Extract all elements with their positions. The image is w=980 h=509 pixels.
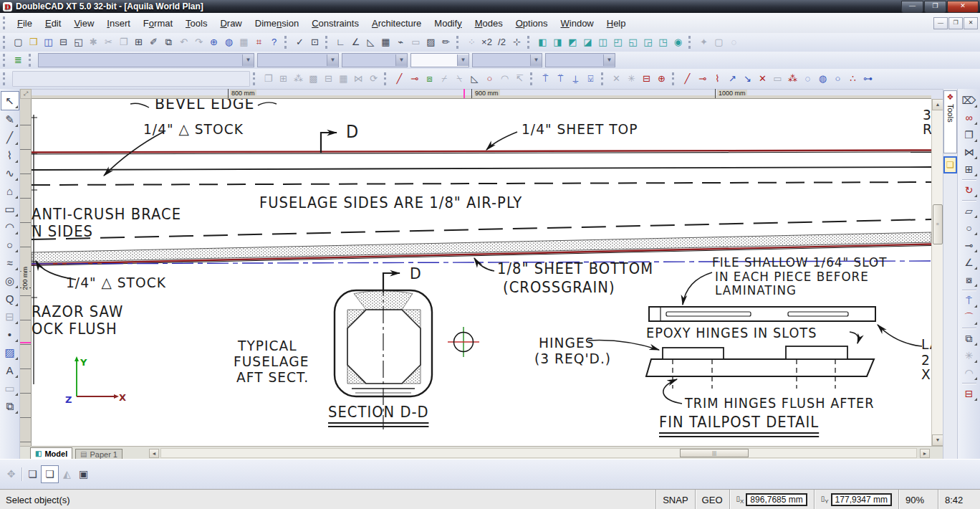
view-mode-6-icon[interactable]: ◰ xyxy=(610,35,625,49)
menu-file[interactable]: File xyxy=(11,14,39,33)
spell-check-icon[interactable]: ✓ xyxy=(292,35,307,49)
mirror-copy-icon[interactable]: ⋈ xyxy=(351,72,366,86)
chevron-down-icon[interactable]: ▼ xyxy=(327,54,338,66)
set-square-2-icon[interactable]: ◺ xyxy=(467,72,482,86)
snap-node-icon[interactable]: ○ xyxy=(830,72,845,86)
offset-a-icon[interactable]: ⌿ xyxy=(437,72,452,86)
selection-filter-icon[interactable]: ✥ xyxy=(3,466,19,482)
construction-arc-icon[interactable]: ◠ xyxy=(497,72,512,86)
construction-polyline-icon[interactable]: ⊸ xyxy=(407,72,422,86)
chamfer-icon[interactable]: ⧇ xyxy=(961,271,978,288)
mdi-restore-button[interactable]: ❐ xyxy=(948,17,963,29)
horizontal-scroll-thumb[interactable]: ||| xyxy=(680,449,749,457)
snap-intersect-icon[interactable]: ✕ xyxy=(755,72,770,86)
view-mode-5-icon[interactable]: ◫ xyxy=(595,35,610,49)
spline-icon[interactable]: ≈ xyxy=(1,254,19,272)
render-triangles-icon[interactable]: ◭ xyxy=(59,466,75,482)
polyline-icon[interactable]: ⌇ xyxy=(1,146,19,164)
menu-architecture[interactable]: Architecture xyxy=(365,14,428,33)
drawing-canvas[interactable]: Y X Z BEVEL EDGE1/4" △ STOCKD1/4" SHEET … xyxy=(32,99,931,446)
ellipse-icon[interactable]: ◎ xyxy=(1,272,19,290)
snap-toggle[interactable]: SNAP xyxy=(655,490,694,509)
plot-icon[interactable]: ⊟ xyxy=(639,72,654,86)
scroll-down-button[interactable]: ▼ xyxy=(932,434,943,446)
point-icon[interactable]: • xyxy=(1,325,19,343)
x-coordinate-field[interactable]: 896,7685 mm xyxy=(746,493,807,506)
bezier-icon[interactable]: ∿ xyxy=(1,164,19,182)
polyline-trace-icon[interactable]: ⌁ xyxy=(393,35,408,49)
menu-dimension[interactable]: Dimension xyxy=(249,14,305,33)
format-combo-3[interactable]: ▼ xyxy=(342,53,408,67)
snap-trd-icon[interactable]: ▭ xyxy=(770,72,785,86)
pick-tool-icon[interactable]: ↸ xyxy=(512,72,527,86)
view-mode-8-icon[interactable]: ◲ xyxy=(640,35,655,49)
snap-mid-icon[interactable]: ⌇ xyxy=(710,72,725,86)
snap-tangent-icon[interactable]: ↘ xyxy=(740,72,755,86)
print-drawing-icon[interactable]: ⊟ xyxy=(961,385,978,402)
hatch-pattern-icon[interactable]: ▦ xyxy=(378,35,393,49)
format-combo-6[interactable]: ▼ xyxy=(545,53,615,67)
copy-icon[interactable]: ❐ xyxy=(116,35,131,49)
break-icon[interactable]: ∞ xyxy=(961,109,978,126)
dimension-icon[interactable]: ⍑ xyxy=(961,292,978,309)
dim-aligned-icon[interactable]: ⍊ xyxy=(568,72,583,86)
select-icon[interactable]: ↖ xyxy=(1,91,19,110)
menu-constraints[interactable]: Constraints xyxy=(305,14,365,33)
menu-tools[interactable]: Tools xyxy=(179,14,213,33)
snap-circle-icon[interactable]: ◍ xyxy=(815,72,830,86)
plot-gray-icon[interactable]: ⊟ xyxy=(1,308,19,325)
polygon-icon[interactable]: ⌂ xyxy=(1,182,19,200)
named-view-icon[interactable]: ⧈ xyxy=(422,72,437,86)
new-icon[interactable]: ▢ xyxy=(11,35,26,49)
pinned-tool-icon[interactable]: ❏ xyxy=(943,156,957,173)
dim-leader-icon[interactable]: ⍌ xyxy=(583,72,598,86)
zoom-level[interactable]: 90% xyxy=(898,490,938,509)
grid-snap-icon[interactable]: ⁘ xyxy=(464,35,479,49)
inspector-bar[interactable] xyxy=(12,71,250,87)
rotate-icon[interactable]: ↻ xyxy=(961,181,978,199)
copy-entity-icon[interactable]: ❐ xyxy=(961,126,978,143)
format-painter-icon[interactable]: ⧉ xyxy=(161,35,176,49)
sketch-icon[interactable]: ✎ xyxy=(1,110,19,128)
scale-x2-icon[interactable]: ×2 xyxy=(479,35,494,49)
chevron-down-icon[interactable]: ▼ xyxy=(530,54,542,66)
snap-perp-icon[interactable]: ↗ xyxy=(725,72,740,86)
menu-help[interactable]: Help xyxy=(600,14,633,33)
snap-quadrant-icon[interactable]: ⁂ xyxy=(785,72,800,86)
menu-format[interactable]: Format xyxy=(137,14,179,33)
tab-model[interactable]: ◧Model xyxy=(30,447,72,459)
trim-icon[interactable]: ⊸ xyxy=(961,237,978,254)
circle-icon[interactable]: ○ xyxy=(1,236,19,254)
snap-center-icon[interactable]: ◌ xyxy=(800,72,815,86)
chevron-down-icon[interactable]: ▼ xyxy=(603,54,615,66)
view-mode-10-icon[interactable]: ◉ xyxy=(671,35,686,49)
standards-check-icon[interactable]: ⊡ xyxy=(307,35,322,49)
dimension-off-icon[interactable]: ▭ xyxy=(408,35,423,49)
set-square-icon[interactable]: ◺ xyxy=(363,35,378,49)
scale-half-icon[interactable]: /2 xyxy=(494,35,509,49)
dimension-gray-icon[interactable]: ▭ xyxy=(1,379,19,397)
array-polar-icon[interactable]: ⁂ xyxy=(291,72,306,86)
group-icon[interactable]: ⧉ xyxy=(961,330,978,347)
array-rect-icon[interactable]: ⊞ xyxy=(276,72,291,86)
construction-line-icon[interactable]: ╱ xyxy=(392,72,407,86)
snap-grid-icon[interactable]: ∴ xyxy=(845,72,860,86)
select-window-icon[interactable]: ▢ xyxy=(711,35,726,49)
format-combo-5[interactable]: ▼ xyxy=(472,53,542,67)
save-icon[interactable]: ◫ xyxy=(41,35,56,49)
brush-icon[interactable]: ✐ xyxy=(146,35,161,49)
extend-icon[interactable]: ▱ xyxy=(961,202,978,219)
menu-insert[interactable]: Insert xyxy=(100,14,137,33)
vertical-scrollbar[interactable]: ▲ ≡ ▼ xyxy=(931,99,943,446)
dim-horizontal-icon[interactable]: ⍑ xyxy=(538,72,553,86)
render-icon[interactable]: ▦ xyxy=(236,35,251,49)
tab-paper-1[interactable]: ▤Paper 1 xyxy=(75,449,123,459)
snap-add-icon[interactable]: ⊹ xyxy=(509,35,524,49)
mdi-close-button[interactable]: ✕ xyxy=(964,17,978,29)
duplicate-icon[interactable]: ❐ xyxy=(261,72,276,86)
rotate-copy-icon[interactable]: ⟳ xyxy=(366,72,381,86)
redo-icon[interactable]: ↷ xyxy=(191,35,206,49)
select-overlap-icon[interactable]: ◌ xyxy=(726,35,741,49)
settings-icon[interactable]: ✱ xyxy=(86,35,101,49)
view-mode-1-icon[interactable]: ◧ xyxy=(535,35,550,49)
